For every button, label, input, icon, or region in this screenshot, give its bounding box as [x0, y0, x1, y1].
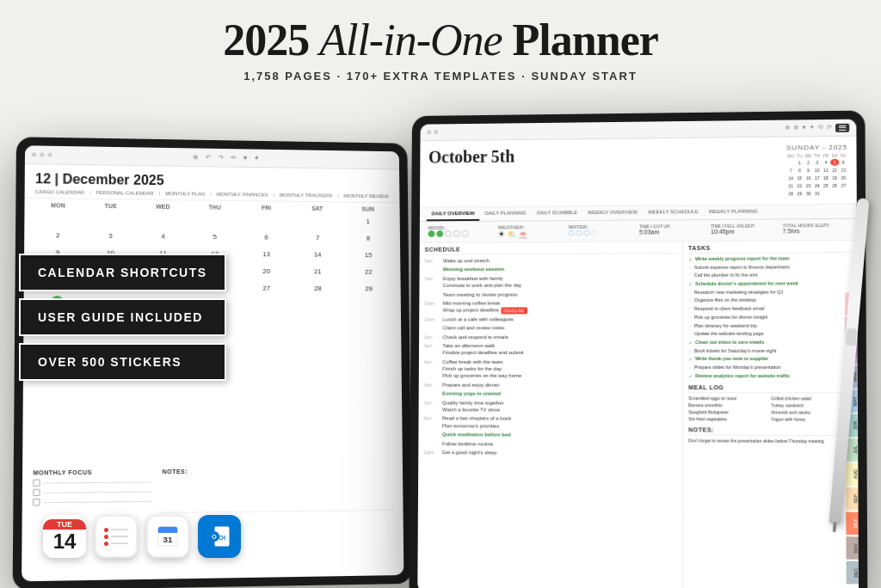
gcal-icon-box[interactable]: 31	[146, 515, 189, 558]
cal-cell-2[interactable]: 2	[50, 227, 65, 242]
gcal-svg: 31	[156, 524, 180, 548]
notes-right-section: NOTES: Don't forget to review the presen…	[688, 427, 853, 445]
tab-dec[interactable]: DEC	[847, 561, 859, 585]
cal-cell[interactable]	[310, 213, 325, 229]
tab-oct[interactable]: OCT	[846, 512, 859, 536]
badge-user-guide: USER GUIDE INCLUDED	[19, 298, 226, 336]
tab-sep[interactable]: SEP	[846, 487, 859, 511]
cal-cell[interactable]	[259, 212, 274, 228]
check-1[interactable]: ✓	[688, 256, 693, 262]
cal-tab-trackers[interactable]: MONTHLY TRACKERS	[280, 193, 333, 199]
task-6: ○ Organize files on the desktop	[688, 297, 852, 304]
cal-cell[interactable]	[155, 211, 170, 227]
day-sun: SUN	[342, 205, 393, 211]
cal-tab-monthly[interactable]: MONTHLY PLAN	[165, 191, 205, 196]
cal-cell-22[interactable]: 22	[360, 264, 376, 279]
task-2: ○ Submit expense report to finance depar…	[688, 264, 852, 272]
schedule-row-5am: 5am Wake up and stretch	[424, 256, 677, 265]
svg-text:O: O	[212, 534, 217, 540]
cal-cell-7[interactable]: 7	[310, 230, 325, 245]
cal-cell-20[interactable]: 20	[259, 263, 274, 279]
check-12[interactable]: ○	[688, 348, 692, 353]
cal-cell-4[interactable]: 4	[155, 228, 170, 243]
toolbar-icon-3[interactable]: ♥	[802, 124, 805, 132]
right-header-right: SUNDAY - 2025 MO TU WE TH FR SA SU	[786, 144, 848, 201]
main-title: 2025 All-in-One Planner	[0, 15, 881, 64]
meal-4a: Stir-fried vegetables	[688, 417, 769, 422]
focus-checkbox-1[interactable]	[33, 480, 40, 487]
check-6[interactable]: ○	[688, 297, 692, 303]
stylus-button	[846, 328, 858, 346]
cal-cell-1[interactable]: 1	[360, 213, 376, 229]
cal-cell-13[interactable]: 13	[259, 246, 274, 261]
cal-cell-3[interactable]: 3	[102, 228, 118, 243]
schedule-column: SCHEDULE 5am Wake up and stretch Morning…	[417, 242, 683, 588]
check-10[interactable]: ○	[688, 331, 692, 336]
cal-cell-15[interactable]: 15	[360, 247, 376, 262]
toolbar-icon-6[interactable]: ⟳	[827, 123, 832, 132]
toolbar-icon-4[interactable]: ✦	[810, 124, 815, 132]
check-2[interactable]: ○	[688, 265, 692, 270]
tab-daily-overview[interactable]: DAILY OVERVIEW	[427, 207, 480, 221]
mood-dot-4[interactable]	[453, 230, 460, 237]
tab-aug[interactable]: AUG	[846, 463, 859, 487]
tab-nov[interactable]: NOV	[846, 536, 859, 560]
cal-cell[interactable]	[103, 211, 119, 226]
toolbar-icon-2[interactable]: ⊗	[793, 124, 798, 132]
cal-tab-finances[interactable]: MONTHLY FINANCES	[217, 192, 268, 198]
cal-cell-8[interactable]: 8	[360, 230, 376, 246]
check-13[interactable]: ✓	[688, 356, 693, 362]
check-9[interactable]: ○	[688, 322, 692, 328]
reminders-icon-box[interactable]	[95, 515, 138, 558]
cal-cell-27[interactable]: 27	[259, 280, 274, 296]
bullet-dot-2	[104, 535, 108, 539]
tab-weekly-overview[interactable]: WEEKLY OVERVIEW	[582, 206, 643, 220]
check-7[interactable]: ○	[688, 306, 692, 311]
devices-area: ⊕ ↶ ↷ ✏ ♥ ✦ 12 | December 2025 CARGO CAL…	[0, 112, 881, 588]
check-3[interactable]: ○	[688, 273, 692, 278]
mood-dot-5[interactable]	[462, 230, 469, 237]
cal-cell[interactable]	[50, 210, 65, 225]
cal-cell-5[interactable]: 5	[207, 229, 223, 244]
mood-tracker: MOOD:	[428, 225, 491, 239]
check-5[interactable]: ○	[688, 290, 692, 295]
subtitle: 1,758 PAGES · 170+ EXTRA TEMPLATES · SUN…	[0, 70, 881, 83]
check-14[interactable]: ○	[688, 364, 692, 370]
cal-tab-cargo[interactable]: CARGO CALENDAR	[35, 189, 84, 195]
cal-cell-28[interactable]: 28	[311, 280, 326, 296]
cal-tab-personal[interactable]: PERSONAL CALENDAR	[96, 190, 154, 196]
water-cup-3[interactable]: ⬡	[583, 230, 589, 237]
cal-cell-14[interactable]: 14	[310, 247, 325, 262]
check-4[interactable]: ✓	[688, 281, 693, 287]
tab-weekly-schedule[interactable]: WEEKLY SCHEDULE	[643, 205, 704, 219]
check-11[interactable]: ✓	[688, 340, 693, 346]
check-15[interactable]: ✓	[688, 373, 693, 379]
mood-dot-1[interactable]	[428, 230, 435, 237]
dot3	[47, 153, 52, 157]
cal-cell-6[interactable]: 6	[259, 230, 274, 245]
toolbar-icon-1[interactable]: ⊕	[785, 124, 790, 132]
date-icon-box[interactable]: TUE 14	[43, 515, 86, 558]
cal-cell-21[interactable]: 21	[310, 263, 325, 279]
water-cup-2[interactable]: ⬡	[576, 230, 582, 237]
focus-checkbox-3[interactable]	[33, 499, 40, 505]
tab-daily-scribble[interactable]: DAILY SCRIBBLE	[532, 206, 582, 220]
monthly-focus-label: MONTHLY FOCUS	[33, 469, 151, 475]
focus-checkbox-2[interactable]	[33, 489, 40, 496]
schedule-row-4pm: 4pm Coffee break with the teamFinish up …	[424, 358, 677, 380]
dot2	[40, 152, 44, 156]
tab-daily-planning[interactable]: DAILY PLANNING	[480, 207, 532, 221]
cal-cell[interactable]	[207, 211, 223, 227]
cal-cell-29[interactable]: 29	[361, 281, 377, 297]
check-8[interactable]: ○	[688, 315, 692, 320]
schedule-row-8pm: 8pm Read a few chapters of a bookPlan to…	[423, 415, 677, 431]
water-cup-1[interactable]: ⬡	[569, 230, 575, 237]
mood-dot-3[interactable]	[445, 230, 452, 237]
cal-tab-review[interactable]: MONTHLY REVIEW	[344, 193, 389, 199]
water-cup-4[interactable]: ⬡	[591, 230, 597, 237]
outlook-icon-box[interactable]: Ol O	[198, 515, 241, 558]
menu-icon[interactable]	[835, 123, 849, 132]
tab-weekly-planning[interactable]: WEEKLY PLANNING	[704, 205, 763, 219]
mood-dot-2[interactable]	[436, 230, 443, 237]
toolbar-icon-5[interactable]: ⟲	[818, 124, 823, 132]
